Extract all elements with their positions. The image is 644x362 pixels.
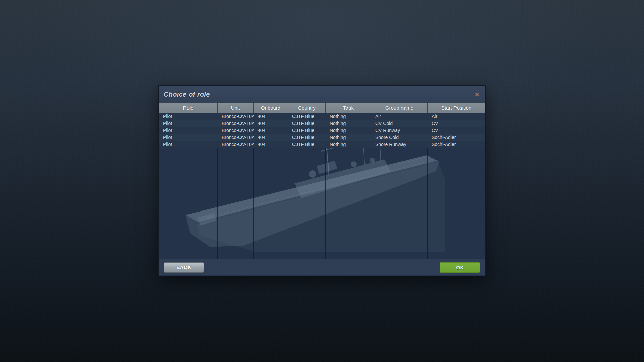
back-button[interactable]: BACK — [164, 262, 204, 273]
column-header-group-name: Group name — [371, 103, 428, 113]
cell-group-name: Shore Cold — [371, 134, 428, 141]
cell-group-name: Shore Runway — [371, 141, 428, 148]
cell-country: CJTF Blue — [288, 134, 326, 141]
table-row[interactable]: PilotBronco-OV-10A404CJTF BlueNothingSho… — [159, 134, 485, 141]
cell-unit: Bronco-OV-10A — [218, 141, 254, 148]
cell-country: CJTF Blue — [288, 120, 326, 127]
cell-onboard: 404 — [254, 134, 288, 141]
back-button-label: BACK — [176, 265, 191, 270]
cell-role: Pilot — [159, 120, 218, 127]
cell-role: Pilot — [159, 113, 218, 120]
column-header-country: Country — [288, 103, 326, 113]
table-body: PilotBronco-OV-10A404CJTF BlueNothingAir… — [159, 113, 485, 259]
cell-task: Nothing — [326, 141, 371, 148]
cell-group-name: Air — [371, 113, 428, 120]
column-header-role: Role — [159, 103, 218, 113]
close-icon: ✕ — [474, 91, 479, 98]
ok-button[interactable]: OK — [440, 262, 480, 273]
table-row[interactable]: PilotBronco-OV-10A404CJTF BlueNothingSho… — [159, 141, 485, 148]
cell-country: CJTF Blue — [288, 141, 326, 148]
column-header-task: Task — [326, 103, 371, 113]
column-header-onboard: Onboard — [254, 103, 288, 113]
cell-onboard: 404 — [254, 113, 288, 120]
dialog-titlebar: Choice of role ✕ — [159, 86, 485, 103]
cell-task: Nothing — [326, 134, 371, 141]
dialog-title: Choice of role — [164, 86, 210, 103]
cell-task: Nothing — [326, 120, 371, 127]
choice-of-role-dialog: Choice of role ✕ RoleUnitOnboardCountryT… — [158, 85, 486, 276]
close-button[interactable]: ✕ — [472, 90, 482, 99]
column-header-start-position: Start Position — [428, 103, 485, 113]
cell-unit: Bronco-OV-10A — [218, 120, 254, 127]
cell-task: Nothing — [326, 127, 371, 134]
cell-unit: Bronco-OV-10A — [218, 127, 254, 134]
table-header: RoleUnitOnboardCountryTaskGroup nameStar… — [159, 103, 485, 113]
cell-onboard: 404 — [254, 127, 288, 134]
table-row[interactable]: PilotBronco-OV-10A404CJTF BlueNothingCV … — [159, 127, 485, 134]
cell-start-position: Sochi-Adler — [428, 141, 484, 148]
cell-onboard: 404 — [254, 120, 288, 127]
cell-role: Pilot — [159, 134, 218, 141]
cell-task: Nothing — [326, 113, 371, 120]
cell-group-name: CV Runway — [371, 127, 428, 134]
cell-unit: Bronco-OV-10A — [218, 113, 254, 120]
cell-country: CJTF Blue — [288, 127, 326, 134]
cell-start-position: Sochi-Adler — [428, 134, 484, 141]
table-row[interactable]: PilotBronco-OV-10A404CJTF BlueNothingCV … — [159, 120, 485, 127]
cell-country: CJTF Blue — [288, 113, 326, 120]
cell-group-name: CV Cold — [371, 120, 428, 127]
table-rows: PilotBronco-OV-10A404CJTF BlueNothingAir… — [159, 113, 485, 148]
cell-onboard: 404 — [254, 141, 288, 148]
cell-unit: Bronco-OV-10A — [218, 134, 254, 141]
cell-start-position: CV — [428, 120, 484, 127]
column-header-unit: Unit — [218, 103, 254, 113]
dialog-footer: BACK OK — [159, 259, 485, 275]
table-row[interactable]: PilotBronco-OV-10A404CJTF BlueNothingAir… — [159, 113, 485, 120]
cell-role: Pilot — [159, 127, 218, 134]
carrier-ghost-image — [176, 132, 445, 252]
ok-button-label: OK — [456, 265, 464, 270]
cell-role: Pilot — [159, 141, 218, 148]
cell-start-position: Air — [428, 113, 484, 120]
cell-start-position: CV — [428, 127, 484, 134]
